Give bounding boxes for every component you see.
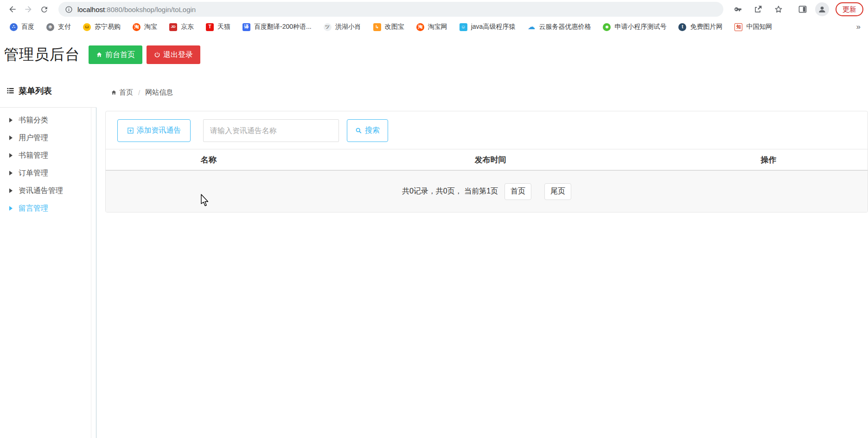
profile-avatar-icon[interactable] bbox=[815, 2, 829, 16]
search-button[interactable]: 搜索 bbox=[347, 119, 388, 142]
home-icon bbox=[96, 52, 102, 58]
sidebar-menu-item[interactable]: 用户管理 bbox=[0, 129, 96, 147]
content-area: 首页 / 网站信息 添加资讯通告 搜索 bbox=[96, 74, 868, 438]
side-panel-icon[interactable] bbox=[795, 1, 811, 17]
bookmark-item[interactable]: ☻ 申请小程序测试号 bbox=[597, 23, 672, 31]
gaitubao-icon: ↳ bbox=[373, 23, 381, 31]
bookmark-item[interactable]: ☁ 云服务器优惠价格 bbox=[521, 23, 597, 31]
bookmark-item[interactable]: 淘 淘宝网 bbox=[410, 23, 453, 31]
sidebar-menu-item[interactable]: 书籍管理 bbox=[0, 147, 96, 164]
logout-button[interactable]: 退出登录 bbox=[147, 45, 200, 64]
sidebar-menu: 书籍分类 用户管理 书籍管理 订单管理 bbox=[0, 108, 96, 438]
taobao-icon: 淘 bbox=[416, 23, 424, 31]
bookmark-item[interactable]: ⊕ 支付 bbox=[40, 23, 77, 31]
sidebar-item-label: 书籍管理 bbox=[19, 151, 48, 161]
bookmark-item[interactable]: 知 中国知网 bbox=[728, 23, 778, 31]
sidebar-title: 菜单列表 bbox=[0, 74, 96, 108]
suning-lion-icon: ω bbox=[83, 23, 91, 31]
share-icon[interactable] bbox=[750, 1, 766, 17]
power-icon bbox=[154, 52, 160, 58]
chrome-update-button[interactable]: 更新 bbox=[836, 2, 863, 16]
sidebar-menu-item[interactable]: 留言管理 bbox=[0, 200, 96, 217]
sidebar-menu-item[interactable]: 资讯通告管理 bbox=[0, 182, 96, 200]
first-page-button[interactable]: 首页 bbox=[504, 183, 531, 200]
browser-toolbar: localhost:8080/bookshop/login/toLogin 更新 bbox=[0, 0, 868, 19]
table-column-header: 名称 bbox=[106, 155, 312, 165]
table-header-row: 名称 发布时间 操作 bbox=[106, 149, 868, 171]
table-column-header: 发布时间 bbox=[312, 155, 670, 165]
plus-square-icon bbox=[127, 127, 134, 134]
panel-toolbar: 添加资讯通告 搜索 bbox=[106, 111, 868, 149]
front-home-button[interactable]: 前台首页 bbox=[89, 45, 142, 64]
bird-icon: ツ bbox=[324, 23, 332, 31]
caret-right-icon bbox=[9, 153, 13, 158]
sidebar-item-label: 资讯通告管理 bbox=[19, 186, 63, 196]
caret-right-icon bbox=[9, 135, 13, 140]
back-icon[interactable] bbox=[5, 1, 20, 17]
cnki-icon: 知 bbox=[734, 23, 742, 31]
breadcrumb-home[interactable]: 首页 bbox=[111, 88, 133, 97]
sidebar-menu-item[interactable]: 书籍分类 bbox=[0, 111, 96, 129]
sidebar-item-label: 留言管理 bbox=[19, 204, 48, 213]
home-icon bbox=[111, 90, 117, 96]
bookmarks-bar: ∴ 百度 ⊕ 支付 ω 苏宁易购 淘 淘宝 JD 京东 T 天猫 译 百度翻译-… bbox=[0, 19, 868, 35]
bookmark-label: 免费图片网 bbox=[690, 23, 722, 31]
cloud-icon: ☁ bbox=[527, 23, 535, 31]
bookmark-label: 百度翻译-200种语... bbox=[254, 23, 312, 31]
tv-icon: ☺ bbox=[460, 23, 467, 31]
bookmark-item[interactable]: ω 苏宁易购 bbox=[77, 23, 127, 31]
notice-search-input[interactable] bbox=[203, 119, 339, 142]
pixabay-t-icon: t bbox=[678, 23, 686, 31]
bookmark-item[interactable]: ツ 洪湖小肖 bbox=[318, 23, 367, 31]
bookmark-label: 云服务器优惠价格 bbox=[539, 23, 591, 31]
bookmark-label: 洪湖小肖 bbox=[335, 23, 361, 31]
bookmark-item[interactable]: JD 京东 bbox=[163, 23, 200, 31]
bookmark-star-icon[interactable] bbox=[771, 1, 786, 17]
bookmark-label: 中国知网 bbox=[746, 23, 772, 31]
reload-icon[interactable] bbox=[36, 1, 52, 17]
bookmark-label: 申请小程序测试号 bbox=[614, 23, 666, 31]
menu-list-icon bbox=[6, 87, 14, 95]
caret-right-icon bbox=[9, 171, 13, 175]
bookmarks-overflow-chevron-icon[interactable]: » bbox=[853, 22, 864, 32]
caret-right-icon bbox=[9, 188, 13, 193]
page-info-icon[interactable] bbox=[65, 6, 73, 13]
last-page-button[interactable]: 尾页 bbox=[544, 183, 571, 200]
caret-right-icon bbox=[9, 206, 13, 211]
bookmark-item[interactable]: 淘 淘宝 bbox=[127, 23, 163, 31]
bookmark-label: 京东 bbox=[181, 23, 194, 31]
globe-icon: ⊕ bbox=[46, 23, 54, 31]
pagination-row: 共0记录，共0页， 当前第1页 首页 尾页 bbox=[106, 171, 868, 212]
breadcrumb-separator: / bbox=[138, 89, 140, 97]
page-title: 管理员后台 bbox=[4, 45, 80, 65]
password-key-icon[interactable] bbox=[730, 1, 746, 17]
address-bar[interactable]: localhost:8080/bookshop/login/toLogin bbox=[58, 2, 723, 17]
bookmark-item[interactable]: t 免费图片网 bbox=[672, 23, 728, 31]
sidebar-item-label: 订单管理 bbox=[19, 168, 48, 178]
sidebar-item-label: 用户管理 bbox=[19, 133, 48, 143]
bookmark-item[interactable]: 译 百度翻译-200种语... bbox=[236, 23, 318, 31]
bookmark-item[interactable]: ∴ 百度 bbox=[4, 23, 40, 31]
caret-right-icon bbox=[9, 118, 13, 122]
bookmark-label: 支付 bbox=[58, 23, 71, 31]
bookmark-item[interactable]: ↳ 改图宝 bbox=[367, 23, 410, 31]
site-header: 管理员后台 前台首页 退出登录 bbox=[0, 35, 868, 74]
bookmark-item[interactable]: T 天猫 bbox=[200, 23, 236, 31]
notice-panel: 添加资讯通告 搜索 名称 发布时间 操作 bbox=[105, 111, 868, 213]
url-text: localhost:8080/bookshop/login/toLogin bbox=[77, 6, 196, 13]
sidebar-item-label: 书籍分类 bbox=[19, 116, 48, 125]
bookmark-label: 改图宝 bbox=[385, 23, 404, 31]
search-icon bbox=[355, 127, 362, 134]
forward-icon[interactable] bbox=[20, 1, 36, 17]
add-notice-button[interactable]: 添加资讯通告 bbox=[117, 119, 191, 142]
bookmark-label: 苏宁易购 bbox=[95, 23, 121, 31]
pagination-summary: 共0记录，共0页， 当前第1页 bbox=[402, 187, 498, 196]
jd-icon: JD bbox=[169, 23, 177, 31]
breadcrumb: 首页 / 网站信息 bbox=[111, 88, 868, 97]
bookmark-label: 淘宝 bbox=[144, 23, 157, 31]
baidu-translate-icon: 译 bbox=[243, 23, 250, 31]
bookmark-item[interactable]: ☺ java高级程序猿 bbox=[453, 23, 522, 31]
sidebar-menu-item[interactable]: 订单管理 bbox=[0, 164, 96, 182]
sidebar: 菜单列表 书籍分类 用户管理 书籍管理 bbox=[0, 74, 96, 438]
table-column-header: 操作 bbox=[670, 155, 868, 165]
